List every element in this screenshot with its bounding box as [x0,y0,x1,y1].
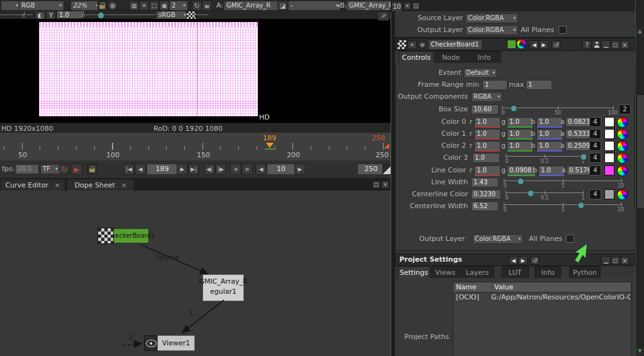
next-frame-button[interactable]: ▶ [177,164,188,175]
centerline-width-slider[interactable]: 0 5 10 [504,201,622,211]
close-tab-button[interactable]: × [403,2,411,10]
prev-panel-button[interactable]: ◀ [509,256,518,265]
wipe-operator-combo[interactable]: -▾ [288,1,341,11]
fullframe-button[interactable]: ▣ [159,1,169,11]
color1-g-field[interactable]: 1.0 [507,129,533,140]
zoom-fit-button[interactable]: ⊕ [108,1,118,11]
color-picker-button[interactable]: ✎ [377,11,389,21]
color1-wheel-button[interactable] [617,129,628,140]
decrement-button[interactable]: ◀ [255,164,267,175]
source-layer-combo[interactable]: Color.RGBA▾ [465,13,518,23]
gain-value-field[interactable]: 1.0 [57,11,83,19]
float-panel-button[interactable]: □ [611,256,620,265]
prev-increment-button[interactable]: ◀| [204,164,215,175]
color0-g-field[interactable]: 1.0 [507,117,533,128]
project-paths-table[interactable]: Name Value [OCIO] G:/App/Natron/Resource… [453,282,631,356]
color2-b-field[interactable]: 1.0 [536,141,563,152]
tab-settings[interactable]: Settings [397,266,430,279]
close-pane-button[interactable]: × [381,181,389,189]
channel-combo[interactable]: RGB▾ [19,1,64,11]
line-color-dimension-button[interactable]: 4 [589,165,601,175]
minimize-panel-button[interactable]: ▁ [601,256,611,265]
color3-dimension-button[interactable]: 4 [589,153,601,163]
node-graph[interactable]: CheckerBoard1 Source GMIC_Array_R egular… [0,191,391,356]
overlay-color-button[interactable] [517,40,526,48]
extent-combo[interactable]: Default▾ [464,68,497,78]
tab-curve-editor[interactable]: Curve Editor × [0,179,65,191]
clip-to-project-button[interactable]: ▨ [129,1,139,11]
centerline-color-field[interactable]: 0.3230 [471,189,501,199]
box-size-dimension-button[interactable]: 2 [619,104,631,114]
tab-dope-sheet[interactable]: Dope Sheet × [67,179,135,191]
color2-g-field[interactable]: 1.0 [507,141,533,152]
timeline-lock-button[interactable] [87,164,97,175]
colorspace-combo[interactable]: sRGB▾ [156,11,189,19]
current-frame-field[interactable]: 189 [147,164,178,175]
color0-dimension-button[interactable]: 4 [589,117,601,127]
close-icon[interactable]: × [121,181,126,189]
all-planes-checkbox[interactable] [558,26,567,34]
viewer-node-eye[interactable] [144,335,158,351]
minimize-panel-button[interactable]: ▁ [601,40,611,49]
zoom-lock-button[interactable] [97,1,108,11]
panel-all-planes-checkbox[interactable] [566,235,574,243]
box-size-field[interactable]: 10.60 [471,104,499,114]
slider-handle[interactable] [577,202,584,209]
centerline-dimension-button[interactable]: 4 [589,189,601,199]
color1-a-field[interactable]: 0.5333 [565,129,592,139]
node-name-field[interactable]: CheckerBoard1 [428,40,482,50]
checkerboard-bg-button[interactable] [186,11,196,19]
color1-swatch[interactable] [604,129,614,139]
timeline-format-combo[interactable]: TF▾ [40,164,60,174]
refresh-button[interactable]: ↻ [192,1,202,11]
panel-output-layer-combo[interactable]: Color.RGBA▾ [472,234,523,244]
line-color-b-field[interactable]: 1.0 [538,165,565,176]
next-panel-button[interactable]: ▶ [518,256,528,265]
line-width-field[interactable]: 1.43 [471,177,499,187]
scroll-up-button[interactable]: ▲ [636,28,643,35]
proxy-button[interactable]: ▢ [149,1,159,11]
color2-r-field[interactable]: 1.0 [474,141,501,152]
tab-python[interactable]: Python [569,266,601,279]
color3-slider[interactable]: 0 0.5 1 [506,153,584,163]
color2-dimension-button[interactable]: 4 [589,141,601,151]
node-viewer1[interactable]: Viewer1 [157,335,195,351]
proxy-level-combo[interactable]: 2▾ [169,1,188,11]
increment-button[interactable]: ▶ [294,164,306,175]
tab-lut[interactable]: LUT [501,266,529,279]
scroll-thumb[interactable] [636,94,644,209]
close-icon[interactable]: × [54,181,60,189]
tab-node[interactable]: Node [435,51,467,64]
max-field[interactable]: 1 [526,80,552,90]
properties-scrollbar[interactable]: ▲ ⋮⋮ ▼ [635,0,644,356]
prev-panel-button[interactable]: ◀ [530,40,539,49]
playback-out-button[interactable] [382,164,391,175]
next-panel-button[interactable]: ▶ [539,40,548,49]
prev-frame-button[interactable]: ◀ [135,164,146,175]
next-increment-button[interactable]: |▶ [215,164,226,175]
splitter-grip[interactable]: ⋮⋮ [637,200,643,204]
color1-dimension-button[interactable]: 4 [589,129,601,139]
wipe-layers-button[interactable]: ◪ [277,1,288,11]
centerline-wheel-button[interactable] [617,189,628,200]
undo-button[interactable]: ↺ [530,256,540,265]
centerline-width-field[interactable]: 6.52 [471,201,499,211]
tab-layers[interactable]: Layers [460,266,494,279]
color0-swatch[interactable] [604,117,614,127]
line-color-g-field[interactable]: 0.0908 [507,165,536,176]
tab-controls[interactable]: Controls [399,51,434,64]
centerline-color-swatch[interactable] [604,189,614,199]
turn-around-button[interactable]: ↻ [58,164,70,175]
color3-swatch[interactable] [604,153,614,163]
line-color-swatch[interactable] [604,165,614,175]
b-input-combo[interactable]: GMIC_Array_R [347,1,393,11]
frame-increment-field[interactable]: 10 [267,164,296,175]
next-keyframe-button[interactable]: » [242,164,253,175]
node-gmic-array[interactable]: GMIC_Array_R egular1 [203,274,244,301]
prev-keyframe-button[interactable]: « [230,164,242,175]
output-components-combo[interactable]: RGBA▾ [471,92,502,102]
color2-a-field[interactable]: 0.2509 [565,141,592,151]
viewer-canvas[interactable]: HD ✎ [0,19,391,123]
float-panel-button[interactable]: □ [611,40,620,49]
table-row[interactable]: [OCIO] G:/App/Natron/Resources/OpenColor… [453,292,631,302]
